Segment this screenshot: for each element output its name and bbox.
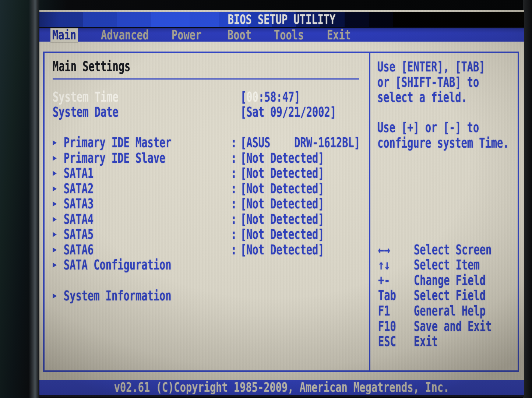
item-value: [Not Detected]	[240, 212, 324, 227]
hotkey-row: ←→ Select Screen	[370, 244, 518, 256]
row-system-information[interactable]: System Information	[45, 290, 367, 302]
help-text-line: Use [ENTER], [TAB]	[370, 61, 518, 73]
item-value: [Not Detected]	[240, 227, 324, 242]
hotkey-action: Change Field	[414, 273, 486, 288]
row-sata4[interactable]: SATA4 : [Not Detected]	[45, 214, 367, 225]
help-text: configure system Time.	[377, 136, 509, 151]
item-colon: :	[231, 182, 237, 197]
row-system-date[interactable]: System Date [Sat 09/21/2002]	[45, 107, 367, 118]
hotkey-row: ↑↓ Select Item	[370, 260, 518, 271]
hotkey-row: ESC Exit	[370, 336, 518, 347]
hotkey-key: ESC	[378, 334, 396, 349]
hotkey-key: Tab	[378, 288, 396, 303]
title-separator	[53, 78, 359, 80]
hotkey-row: +- Change Field	[370, 275, 518, 286]
tab-exit[interactable]: Exit	[327, 28, 351, 42]
row-sata2[interactable]: SATA2 : [Not Detected]	[45, 183, 367, 194]
footer-version-bar: v02.61 (C)Copyright 1985-2009, American …	[39, 380, 524, 395]
tab-power[interactable]: Power	[172, 28, 201, 42]
hotkey-action: Select Screen	[414, 243, 492, 258]
submenu-arrow-icon	[53, 247, 57, 253]
hotkey-action: Select Item	[414, 258, 480, 273]
system-date-value[interactable]: [Sat 09/21/2002]	[240, 105, 336, 120]
item-label: SATA Configuration	[64, 258, 172, 273]
row-sata1[interactable]: SATA1 : [Not Detected]	[45, 168, 367, 179]
item-label: SATA2	[64, 182, 94, 197]
monitor-bezel: BIOS SETUP UTILITY Main Advanced Power B…	[0, 0, 532, 398]
item-label: SATA4	[64, 212, 94, 227]
row-primary-ide-slave[interactable]: Primary IDE Slave : [Not Detected]	[45, 153, 367, 164]
row-sata3[interactable]: SATA3 : [Not Detected]	[45, 198, 367, 209]
submenu-arrow-icon	[53, 201, 57, 207]
item-colon: :	[231, 243, 237, 258]
system-time-value[interactable]: [00:58:47]	[240, 90, 300, 105]
row-sata5[interactable]: SATA5 : [Not Detected]	[45, 229, 367, 240]
item-colon: :	[231, 227, 237, 242]
hotkey-key: F10	[378, 319, 396, 334]
item-label: SATA3	[64, 197, 94, 212]
item-label: Primary IDE Master	[64, 135, 172, 151]
time-rest: :58:47]	[258, 89, 300, 105]
help-text: or [SHIFT-TAB] to	[377, 75, 479, 90]
hotkey-action: Select Field	[414, 288, 486, 303]
hotkey-row: F10 Save and Exit	[370, 321, 518, 332]
row-sata6[interactable]: SATA6 : [Not Detected]	[45, 244, 367, 256]
submenu-arrow-icon	[53, 140, 57, 145]
help-text: select a field.	[377, 90, 467, 105]
hotkey-key: ←→	[378, 243, 390, 258]
item-label: SATA6	[64, 243, 94, 258]
item-value: [ASUS DRW-1612BL]	[240, 135, 360, 151]
item-colon: :	[231, 197, 237, 212]
time-cursor-field[interactable]: 00	[246, 89, 258, 105]
submenu-arrow-icon	[53, 217, 57, 222]
system-date-label: System Date	[53, 105, 119, 120]
row-system-time[interactable]: System Time [00:58:47]	[45, 92, 367, 103]
item-colon: :	[231, 166, 237, 181]
hotkey-key: +-	[378, 273, 390, 288]
bios-title-bar: BIOS SETUP UTILITY	[39, 12, 524, 27]
hotkey-action: Save and Exit	[414, 319, 492, 334]
hotkey-key: F1	[378, 304, 390, 319]
help-text-line: or [SHIFT-TAB] to	[370, 77, 518, 88]
page-title: Main Settings	[53, 59, 130, 74]
bios-title: BIOS SETUP UTILITY	[39, 10, 524, 29]
tab-boot[interactable]: Boot	[228, 28, 251, 42]
item-colon: :	[231, 135, 237, 151]
system-time-label: System Time	[53, 90, 119, 105]
screen-bottom-edge	[39, 395, 524, 397]
help-text: Use [ENTER], [TAB]	[377, 60, 485, 75]
copyright-text: v02.61 (C)Copyright 1985-2009, American …	[39, 378, 524, 397]
submenu-arrow-icon	[53, 293, 57, 299]
item-colon: :	[231, 212, 237, 227]
item-label: System Information	[64, 289, 172, 304]
help-text: Use [+] or [-] to	[377, 120, 479, 135]
hotkey-action: Exit	[414, 334, 438, 349]
submenu-arrow-icon	[53, 171, 57, 176]
hotkey-action: General Help	[414, 304, 486, 319]
time-open-bracket: [	[240, 89, 246, 105]
hotkey-row: Tab Select Field	[370, 290, 518, 301]
help-text-line: select a field.	[370, 92, 518, 103]
submenu-arrow-icon	[53, 186, 57, 191]
help-text-line: configure system Time.	[370, 138, 518, 149]
item-value: [Not Detected]	[240, 197, 324, 212]
page-title-row: Main Settings	[45, 61, 367, 72]
bezel-right-edge	[523, 0, 532, 398]
item-value: [Not Detected]	[240, 182, 324, 197]
tab-advanced[interactable]: Advanced	[101, 28, 149, 42]
submenu-arrow-icon	[53, 263, 57, 268]
item-value: [Not Detected]	[240, 151, 324, 166]
hotkey-key: ↑↓	[378, 258, 390, 273]
row-primary-ide-master[interactable]: Primary IDE Master : [ASUS DRW-1612BL]	[45, 137, 367, 148]
bezel-edge-highlight	[29, 0, 40, 398]
tab-main[interactable]: Main	[52, 28, 76, 42]
tab-tools[interactable]: Tools	[274, 28, 304, 42]
submenu-arrow-icon	[53, 232, 57, 237]
item-label: SATA5	[64, 227, 94, 242]
item-label: SATA1	[64, 166, 94, 181]
item-value: [Not Detected]	[240, 243, 324, 258]
item-label: Primary IDE Slave	[64, 151, 165, 166]
bios-screen: BIOS SETUP UTILITY Main Advanced Power B…	[39, 10, 524, 397]
row-sata-configuration[interactable]: SATA Configuration	[45, 260, 367, 271]
help-text-line: Use [+] or [-] to	[370, 122, 518, 133]
